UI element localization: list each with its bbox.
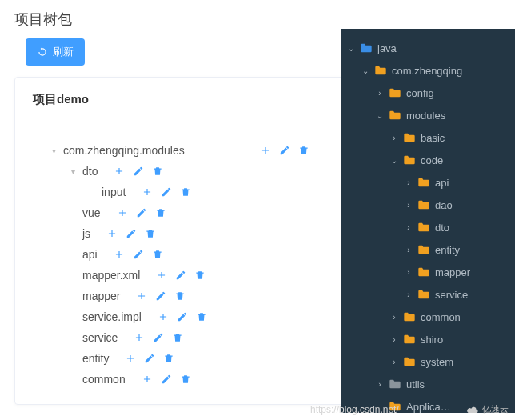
chevron-right-icon[interactable]: › — [390, 134, 398, 142]
sidebar-item[interactable]: ⌄code — [341, 149, 515, 171]
chevron-right-icon[interactable]: › — [405, 223, 413, 231]
add-button[interactable] — [114, 249, 125, 260]
add-button[interactable] — [125, 353, 136, 364]
sidebar-item[interactable]: ⌄modules — [341, 104, 515, 126]
add-button[interactable] — [260, 145, 271, 156]
delete-button[interactable] — [194, 270, 206, 281]
sidebar-item[interactable]: ⌄java — [341, 37, 515, 59]
add-button[interactable] — [134, 332, 145, 343]
add-button[interactable] — [117, 207, 128, 218]
sidebar-tree: ⌄java⌄com.zhengqing›config⌄modules›basic… — [341, 29, 515, 413]
folder-icon — [417, 199, 430, 210]
sidebar-item[interactable]: ›entity — [341, 238, 515, 261]
sidebar-item[interactable]: ›dto — [341, 216, 515, 238]
chevron-right-icon[interactable]: › — [405, 290, 413, 298]
sidebar-item[interactable]: ›mapper — [341, 261, 515, 283]
edit-button[interactable] — [279, 145, 290, 156]
sidebar-item[interactable]: ›api — [341, 171, 515, 194]
expand-placeholder — [68, 312, 78, 322]
edit-button[interactable] — [153, 332, 164, 343]
add-button[interactable] — [106, 228, 118, 239]
folder-icon — [417, 266, 430, 278]
chevron-right-icon[interactable]: › — [405, 268, 413, 276]
sidebar-item[interactable]: ›common — [341, 306, 515, 328]
refresh-icon — [37, 46, 48, 58]
chevron-down-icon[interactable]: ⌄ — [376, 111, 384, 119]
add-button[interactable] — [156, 270, 167, 281]
edit-button[interactable] — [161, 374, 172, 385]
sidebar-item-label: shiro — [421, 334, 443, 346]
edit-button[interactable] — [126, 228, 137, 239]
chevron-right-icon[interactable]: › — [390, 335, 398, 343]
add-button[interactable] — [142, 374, 153, 385]
refresh-button[interactable]: 刷新 — [26, 38, 85, 66]
chevron-right-icon[interactable]: › — [405, 246, 413, 254]
expand-placeholder — [68, 229, 78, 238]
delete-button[interactable] — [180, 374, 191, 385]
sidebar-item[interactable]: ›config — [341, 82, 515, 104]
expand-placeholder — [68, 374, 78, 384]
folder-icon — [360, 42, 373, 54]
sidebar-item[interactable]: ›dao — [341, 194, 515, 216]
chevron-down-icon[interactable]: ⌄ — [347, 44, 355, 52]
folder-icon — [403, 334, 416, 345]
delete-button[interactable] — [155, 207, 166, 218]
chevron-right-icon[interactable]: › — [376, 89, 384, 97]
folder-icon — [389, 110, 401, 121]
edit-button[interactable] — [175, 270, 186, 281]
add-button[interactable] — [142, 186, 153, 198]
delete-button[interactable] — [152, 249, 163, 260]
tree-node-label: entity — [82, 352, 109, 365]
edit-button[interactable] — [133, 166, 144, 177]
delete-button[interactable] — [196, 311, 207, 322]
edit-button[interactable] — [177, 311, 188, 322]
sidebar-item-label: modules — [406, 110, 445, 122]
chevron-right-icon[interactable]: › — [376, 380, 384, 388]
edit-button[interactable] — [136, 207, 147, 218]
sidebar-item[interactable]: ›system — [341, 350, 515, 373]
edit-button[interactable] — [144, 353, 155, 364]
chevron-down-icon[interactable]: ⌄ — [390, 156, 398, 164]
add-button[interactable] — [136, 290, 147, 302]
folder-icon — [403, 132, 416, 143]
chevron-right-icon[interactable]: › — [405, 178, 413, 186]
chevron-down-icon[interactable]: ⌄ — [361, 66, 369, 74]
tree-node-label: api — [82, 248, 98, 261]
sidebar-item[interactable]: ›utils — [341, 373, 515, 395]
folder-icon — [417, 177, 430, 188]
tree-node-label: mapper — [82, 290, 120, 302]
add-button[interactable] — [158, 311, 169, 322]
delete-button[interactable] — [152, 166, 163, 177]
delete-button[interactable] — [174, 290, 186, 302]
sidebar-item-label: mapper — [435, 266, 470, 278]
delete-button[interactable] — [172, 332, 183, 343]
delete-button[interactable] — [163, 353, 174, 364]
delete-button[interactable] — [298, 145, 309, 156]
chevron-right-icon[interactable]: › — [390, 358, 398, 366]
folder-icon — [417, 289, 430, 300]
chevron-down-icon[interactable]: ▾ — [68, 166, 78, 176]
sidebar-item-label: entity — [435, 244, 460, 256]
sidebar-item-label: system — [421, 356, 453, 368]
edit-button[interactable] — [133, 249, 144, 260]
chevron-right-icon[interactable]: › — [390, 313, 398, 321]
sidebar-item[interactable]: ⌄com.zhengqing — [341, 59, 515, 82]
refresh-label: 刷新 — [53, 45, 74, 59]
sidebar-item[interactable]: ›service — [341, 283, 515, 306]
add-button[interactable] — [114, 166, 125, 177]
folder-icon — [389, 87, 401, 98]
chevron-down-icon[interactable]: ▾ — [49, 146, 58, 155]
delete-button[interactable] — [145, 228, 156, 239]
edit-button[interactable] — [161, 186, 172, 198]
chevron-right-icon[interactable]: › — [405, 201, 413, 209]
sidebar-item-label: dao — [435, 199, 453, 211]
sidebar-item-label: utils — [406, 378, 425, 390]
sidebar-item-label: Applica… — [406, 401, 451, 413]
expand-placeholder — [68, 333, 78, 342]
sidebar-item-label: java — [377, 42, 397, 54]
edit-button[interactable] — [155, 290, 166, 302]
sidebar-item[interactable]: ›shiro — [341, 328, 515, 350]
folder-icon — [403, 356, 416, 367]
sidebar-item[interactable]: ›basic — [341, 126, 515, 149]
delete-button[interactable] — [180, 186, 191, 198]
